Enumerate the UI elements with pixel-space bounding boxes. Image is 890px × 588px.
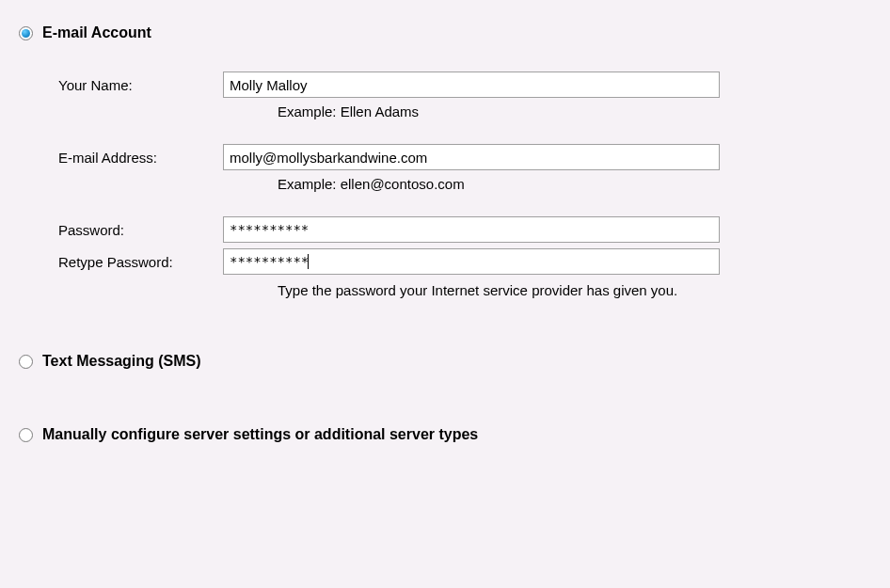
your-name-hint: Example: Ellen Adams: [278, 103, 871, 119]
option-text-messaging-label: Text Messaging (SMS): [42, 353, 201, 370]
option-manual-config-label: Manually configure server settings or ad…: [42, 426, 478, 443]
option-email-account-label: E-mail Account: [42, 24, 151, 41]
text-caret-icon: [308, 254, 309, 269]
retype-password-input[interactable]: **********: [223, 248, 720, 275]
your-name-row: Your Name:: [58, 72, 871, 98]
option-manual-config[interactable]: Manually configure server settings or ad…: [19, 426, 871, 443]
radio-manual-config[interactable]: [19, 428, 33, 442]
retype-password-label: Retype Password:: [58, 254, 223, 270]
radio-email-account[interactable]: [19, 26, 33, 40]
retype-password-masked-value: **********: [230, 254, 309, 269]
password-row: Password: **********: [58, 216, 871, 243]
retype-password-hint: Type the password your Internet service …: [278, 282, 871, 298]
email-address-row: E-mail Address:: [58, 144, 871, 170]
retype-password-row: Retype Password: **********: [58, 248, 871, 275]
email-address-label: E-mail Address:: [58, 150, 223, 166]
radio-text-messaging[interactable]: [19, 355, 33, 369]
option-text-messaging[interactable]: Text Messaging (SMS): [19, 353, 871, 370]
option-email-account[interactable]: E-mail Account: [19, 24, 871, 41]
email-account-form: Your Name: Example: Ellen Adams E-mail A…: [58, 72, 871, 298]
password-label: Password:: [58, 222, 223, 238]
email-address-input[interactable]: [223, 144, 720, 170]
password-input[interactable]: **********: [223, 216, 720, 243]
password-masked-value: **********: [230, 222, 309, 237]
email-address-hint: Example: ellen@contoso.com: [278, 176, 871, 192]
your-name-input[interactable]: [223, 72, 720, 98]
your-name-label: Your Name:: [58, 77, 223, 93]
